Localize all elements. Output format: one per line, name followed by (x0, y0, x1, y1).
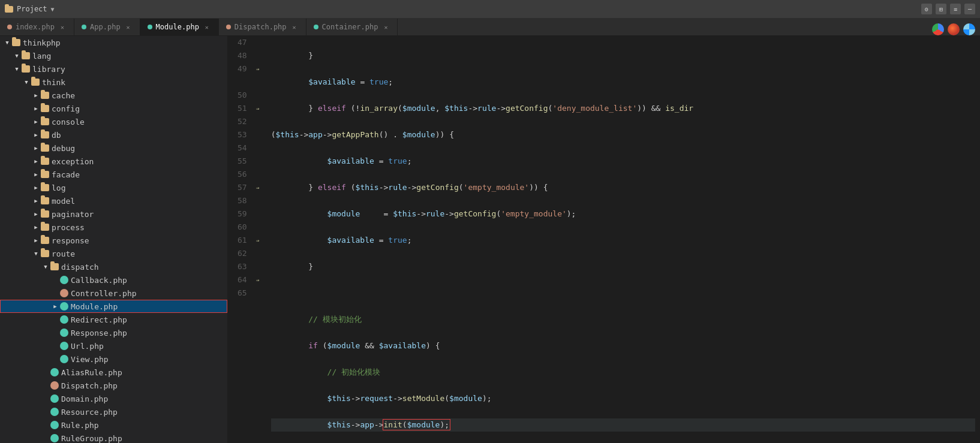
tab-app[interactable]: App.php ✕ (74, 19, 140, 35)
tab-close-index[interactable]: ✕ (58, 23, 67, 31)
code-editor[interactable]: 47 48 49 50 51 52 53 54 55 56 57 58 59 6… (228, 36, 980, 443)
line-58: // 初始化模块 (271, 366, 975, 379)
sidebar-item-view[interactable]: View.php (0, 352, 227, 366)
sidebar-item-response-file[interactable]: Response.php (0, 326, 227, 339)
tree-arrow-process (31, 222, 41, 232)
sidebar-item-paginator[interactable]: paginator (0, 207, 227, 221)
gutter-57: ⇒ (254, 181, 261, 194)
tab-close-dispatch[interactable]: ✕ (290, 23, 299, 31)
tab-dispatch[interactable]: Dispatch.php ✕ (219, 19, 306, 35)
sidebar-item-redirect[interactable]: Redirect.php (0, 313, 227, 326)
sidebar-item-think[interactable]: think (0, 76, 227, 89)
sidebar-item-exception[interactable]: exception (0, 155, 227, 168)
tree-label-dispatch-folder: dispatch (61, 263, 99, 272)
sidebar-item-response[interactable]: response (0, 234, 227, 247)
gutter-65 (254, 287, 261, 300)
sidebar-item-log[interactable]: log (0, 181, 227, 194)
tab-container[interactable]: Container.php ✕ (306, 19, 398, 35)
sidebar-item-config[interactable]: config (0, 102, 227, 115)
sidebar-item-callback[interactable]: Callback.php (0, 273, 227, 287)
sidebar-item-rule[interactable]: Rule.php (0, 418, 227, 432)
tab-index[interactable]: index.php ✕ (0, 19, 74, 35)
sidebar-item-console[interactable]: console (0, 115, 227, 128)
sidebar-item-dispatch-folder[interactable]: dispatch (0, 260, 227, 273)
folder-icon-exception (41, 158, 49, 165)
tree-arrow-log (31, 183, 41, 192)
safari-icon[interactable] (963, 23, 975, 35)
sidebar-item-debug[interactable]: debug (0, 141, 227, 155)
line-48: $available = true; (271, 76, 975, 89)
tree-label-controller: Controller.php (71, 289, 137, 298)
line-numbers: 47 48 49 50 51 52 53 54 55 56 57 58 59 6… (228, 36, 254, 443)
settings-icon[interactable]: ⚙ (921, 4, 932, 14)
tab-close-module[interactable]: ✕ (203, 23, 211, 31)
folder-icon-cache (41, 92, 49, 99)
sidebar-item-controller[interactable]: Controller.php (0, 287, 227, 300)
sidebar-item-url[interactable]: Url.php (0, 339, 227, 352)
tree-arrow-cache (31, 91, 41, 100)
tree-arrow-model (31, 196, 41, 206)
sidebar-item-dispatch-file[interactable]: Dispatch.php (0, 379, 227, 392)
tree-label-url: Url.php (71, 342, 104, 351)
folder-icon-response (41, 237, 49, 244)
firefox-icon[interactable] (948, 23, 960, 35)
gutter-55 (254, 155, 261, 168)
file-icon-rulegroup (50, 434, 59, 442)
tree-spacer-url (50, 341, 60, 351)
file-icon-dispatch-file (50, 381, 59, 390)
tree-label-process: process (52, 223, 85, 232)
main-content: thinkphp lang library think cache (0, 36, 980, 443)
folder-icon-db (41, 131, 49, 138)
line-52: $module = $this->rule->getConfig('empty_… (271, 207, 975, 221)
tab-icon-app (82, 25, 86, 29)
tree-label-lang: lang (32, 52, 51, 61)
sidebar-item-lang[interactable]: lang (0, 49, 227, 62)
folder-icon-dispatch (50, 263, 59, 270)
tree-spacer-view (50, 354, 60, 364)
code-lines[interactable]: } $available = true; } elseif (!in_array… (266, 36, 980, 443)
tree-label-log: log (52, 183, 65, 192)
tree-arrow-dispatch-folder (41, 262, 50, 272)
sidebar-item-aliasrule[interactable]: AliasRule.php (0, 366, 227, 379)
line-55 (271, 287, 975, 300)
file-icon-redirect (60, 315, 68, 324)
gutter-47 (254, 36, 261, 49)
line-53: $available = true; (271, 234, 975, 247)
sidebar-item-library[interactable]: library (0, 62, 227, 76)
chevron-down-icon[interactable]: ▼ (51, 6, 55, 13)
minimize-icon[interactable]: ─ (964, 4, 975, 14)
sidebar-item-cache[interactable]: cache (0, 89, 227, 102)
tree-label-rule: Rule.php (61, 421, 99, 430)
line-60: $this->app->init($module); (271, 418, 975, 432)
tree-label-module: Module.php (71, 302, 118, 311)
tab-bar: index.php ✕ App.php ✕ Module.php ✕ Dispa… (0, 18, 980, 36)
sidebar-item-module[interactable]: Module.php (0, 300, 227, 313)
sidebar-item-rulegroup[interactable]: RuleGroup.php (0, 432, 227, 443)
tree-label-library: library (32, 65, 65, 74)
sidebar-item-route[interactable]: route (0, 247, 227, 260)
sidebar-item-process[interactable]: process (0, 221, 227, 234)
folder-icon-log (41, 184, 49, 191)
gutter-60 (254, 221, 261, 234)
gear-icon[interactable]: ≡ (950, 4, 961, 14)
tab-close-container[interactable]: ✕ (381, 23, 390, 31)
chrome-icon[interactable] (932, 23, 944, 35)
sidebar-item-thinkphp[interactable]: thinkphp (0, 36, 227, 49)
tree-label-response: response (52, 236, 89, 245)
sidebar-item-domain[interactable]: Domain.php (0, 392, 227, 405)
sidebar-item-facade[interactable]: facade (0, 168, 227, 181)
sidebar[interactable]: thinkphp lang library think cache (0, 36, 228, 443)
sidebar-item-resource[interactable]: Resource.php (0, 405, 227, 418)
sidebar-item-model[interactable]: model (0, 194, 227, 207)
file-icon-rule (50, 421, 59, 429)
tree-label-rulegroup: RuleGroup.php (61, 434, 122, 443)
folder-icon-thinkphp (12, 39, 20, 46)
tab-module[interactable]: Module.php ✕ (140, 19, 219, 35)
split-icon[interactable]: ⊞ (936, 4, 946, 14)
file-icon-aliasrule (50, 368, 59, 376)
tab-close-app[interactable]: ✕ (124, 23, 133, 31)
line-56: // 模块初始化 (271, 313, 975, 326)
line-54: } (271, 260, 975, 273)
tree-arrow-debug (31, 143, 41, 153)
sidebar-item-db[interactable]: db (0, 128, 227, 141)
